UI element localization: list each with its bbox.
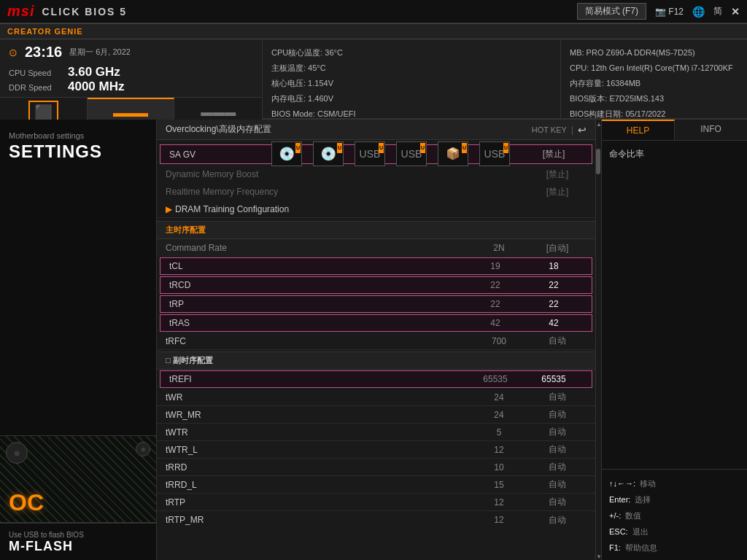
settings-section[interactable]: Motherboard settings SETTINGS: [0, 120, 156, 435]
cpu-temp: CPU核心温度: 36°C: [271, 45, 551, 61]
table-row-tcl[interactable]: tCL 19 18: [160, 257, 592, 275]
oc-label: OC: [0, 483, 53, 522]
row-value-trtp: 12: [470, 497, 528, 508]
row-name-dram: DRAM Training Configuration: [175, 204, 587, 214]
help-tab[interactable]: HELP: [602, 120, 675, 140]
settings-title: SETTINGS: [9, 141, 147, 162]
boot-device-dvd[interactable]: 💿 U: [313, 141, 344, 166]
row-status-trfc: 自动: [528, 335, 587, 347]
row-name-trfc: tRFC: [166, 336, 470, 346]
settings-table: SA GV Dis [禁止] Dynamic Memory Boost [禁止]…: [157, 140, 595, 560]
row-value-trefi: 65535: [466, 374, 525, 384]
screenshot-button[interactable]: 📷 F12: [655, 7, 684, 17]
keybind-f1: F1: 帮助信息: [609, 540, 740, 556]
boot-device-usb3[interactable]: USB U: [479, 141, 510, 166]
row-value-twrmr: 24: [470, 410, 528, 420]
scroll-up-arrow[interactable]: ▲: [596, 121, 601, 128]
row-status-trtpmr: 自动: [528, 514, 587, 526]
table-row[interactable]: Realtime Memory Frequency [禁止]: [157, 183, 595, 201]
row-value-twtrl: 12: [470, 445, 528, 455]
row-status-twtrl: 自动: [528, 443, 587, 456]
table-row-trcd[interactable]: tRCD 22 22: [160, 276, 592, 294]
row-value-trtpmr: 12: [470, 515, 528, 525]
keybind-move: ↑↓←→: 移动: [609, 475, 740, 491]
table-row-twtr[interactable]: tWTR 5 自动: [157, 424, 595, 441]
table-row-trtp[interactable]: tRTP 12 自动: [157, 494, 595, 511]
table-row-trp[interactable]: tRP 22 22: [160, 295, 592, 313]
table-row-twrmr[interactable]: tWR_MR 24 自动: [157, 406, 595, 424]
row-value-tcl: 19: [466, 261, 525, 271]
top-right-controls: 简易模式 (F7) 📷 F12 🌐 简 ✕: [577, 3, 740, 20]
scroll-down-arrow[interactable]: ▼: [596, 553, 601, 560]
top-bar: msi CLICK BIOS 5 简易模式 (F7) 📷 F12 🌐 简 ✕: [0, 0, 747, 23]
enter-key: Enter:: [609, 491, 630, 508]
mflash-section[interactable]: Use USB to flash BIOS M-FLASH: [0, 523, 156, 560]
table-row-twtrl[interactable]: tWTR_L 12 自动: [157, 441, 595, 459]
info-middle: CPU核心温度: 36°C 主板温度: 45°C 核心电压: 1.154V 内存…: [263, 39, 561, 118]
row-name-trtp: tRTP: [166, 497, 470, 508]
row-name-tcl: tCL: [169, 261, 466, 271]
info-tab[interactable]: INFO: [675, 120, 747, 140]
boot-device-usb2[interactable]: USB U: [396, 141, 427, 166]
ddr-speed-label: DDR Speed: [9, 83, 63, 92]
language-label: 简: [713, 5, 722, 18]
row-name-twtrl: tWTR_L: [166, 445, 470, 455]
table-row-dram[interactable]: ▶ DRAM Training Configuration: [157, 201, 595, 218]
date-display: 星期一 6月, 2022: [69, 47, 131, 58]
row-value-trcd: 22: [466, 280, 525, 290]
table-row-trefi[interactable]: tREFI 65535 65535: [160, 370, 592, 388]
close-button[interactable]: ✕: [731, 6, 740, 18]
f1-action: 帮助信息: [625, 540, 657, 556]
table-row-tras[interactable]: tRAS 42 42: [160, 314, 592, 332]
boot-device-card[interactable]: 📦 U: [438, 141, 468, 166]
mflash-subtitle: Use USB to flash BIOS: [9, 531, 147, 539]
row-status-twrmr: 自动: [528, 408, 587, 421]
table-row-trfc[interactable]: tRFC 700 自动: [157, 332, 595, 350]
creator-genie-bar: CREATOR GENIE: [0, 23, 747, 39]
row-value-tras: 42: [466, 318, 525, 328]
scrollbar[interactable]: ▲ ▼: [595, 120, 601, 560]
right-panel: HELP INFO 命令比率 ↑↓←→: 移动 Enter: 选择 +/-: 数…: [601, 120, 747, 560]
move-action: 移动: [640, 475, 656, 491]
esc-key: ESC:: [609, 524, 628, 540]
esc-action: 退出: [632, 524, 649, 540]
table-row[interactable]: Dynamic Memory Boost [禁止]: [157, 166, 595, 183]
mem-voltage: 内存电压: 1.460V: [271, 91, 551, 106]
oc-thumbnail[interactable]: ⊕ ⊕ OC: [0, 435, 156, 523]
row-name-trcd: tRCD: [169, 280, 466, 290]
msi-logo: msi: [7, 3, 34, 20]
row-status-twr: 自动: [528, 391, 587, 403]
row-status-rmf: [禁止]: [528, 186, 587, 198]
row-status-dmb: [禁止]: [528, 168, 587, 181]
value-key: +/-:: [609, 508, 621, 524]
board-temp: 主板温度: 45°C: [271, 61, 551, 76]
boot-device-usb1[interactable]: USB U: [355, 141, 385, 166]
back-arrow-icon[interactable]: ↩: [578, 124, 587, 136]
expand-icon: ▶: [166, 204, 172, 214]
row-value-trfc: 700: [470, 336, 528, 346]
row-status-trefi: 65535: [525, 374, 583, 384]
table-row-trrdl[interactable]: tRRD_L 15 自动: [157, 476, 595, 494]
row-status-cr: [自动]: [528, 242, 587, 254]
row-status-trcd: 22: [525, 280, 583, 290]
ddr-speed-value: 4000 MHz: [68, 79, 124, 94]
scrollbar-thumb[interactable]: [596, 149, 600, 174]
hotkey-separator: |: [571, 125, 573, 135]
row-status-trtp: 自动: [528, 496, 587, 508]
mflash-title: M-FLASH: [9, 539, 147, 554]
mb-info: MB: PRO Z690-A DDR4(MS-7D25): [570, 45, 738, 61]
boot-device-hdd[interactable]: 💿 U: [271, 141, 302, 166]
table-row-twr[interactable]: tWR 24 自动: [157, 389, 595, 406]
table-row-trtpmr[interactable]: tRTP_MR 12 自动: [157, 511, 595, 529]
row-name-trefi: tREFI: [169, 374, 466, 384]
row-name-trp: tRP: [169, 299, 466, 309]
row-status-tcl: 18: [525, 261, 583, 271]
table-row-trrd[interactable]: tRRD 10 自动: [157, 459, 595, 476]
row-name-dmb: Dynamic Memory Boost: [166, 169, 470, 179]
row-status-trrdl: 自动: [528, 478, 587, 491]
row-name-cr: Command Rate: [166, 243, 470, 253]
table-row-cr[interactable]: Command Rate 2N [自动]: [157, 239, 595, 257]
row-name-tras: tRAS: [169, 318, 466, 328]
simple-mode-button[interactable]: 简易模式 (F7): [577, 3, 646, 20]
hotkey-area: HOT KEY | ↩: [532, 124, 587, 136]
